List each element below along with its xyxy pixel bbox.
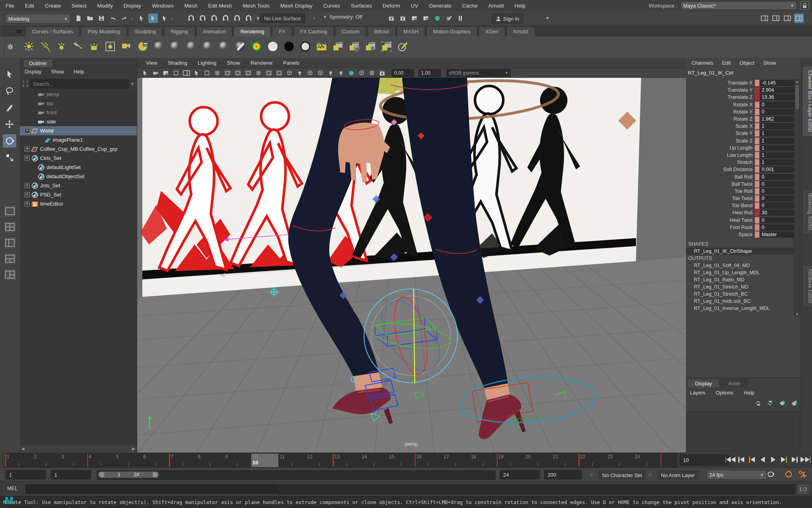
shelf-tab-rendering[interactable]: Rendering <box>234 27 271 37</box>
range-end-handle[interactable] <box>153 472 157 477</box>
redo-icon[interactable] <box>120 13 129 23</box>
scroll-up-icon[interactable]: ▲ <box>795 80 799 84</box>
sidebar-tab-modeling-toolkit[interactable]: Modeling Toolkit <box>802 189 812 235</box>
range-slider-track[interactable]: 1 24 <box>97 470 496 480</box>
shelf-tab-motion-graphics[interactable]: Motion Graphics <box>426 27 477 37</box>
rangebar-grip[interactable] <box>0 468 4 481</box>
channel-box-menu-object[interactable]: Object <box>739 60 755 66</box>
shelf-tab-arnold[interactable]: Arnold <box>506 27 535 37</box>
menu-mesh[interactable]: Mesh <box>184 3 197 9</box>
hypershade-icon[interactable] <box>315 39 328 54</box>
play-backwards-icon[interactable] <box>758 454 768 465</box>
keyframe-tick-25[interactable] <box>661 454 662 467</box>
snap-grid-icon[interactable] <box>186 13 196 23</box>
channel-box-menu-edit[interactable]: Edit <box>722 60 731 66</box>
group-collapse-arrow[interactable]: › <box>313 15 315 21</box>
outliner-menu-display[interactable]: Display <box>25 69 42 75</box>
outliner-item-persp[interactable]: persp <box>20 90 137 99</box>
paint-effects-icon[interactable] <box>396 39 410 54</box>
select-camera-icon[interactable] <box>140 69 150 77</box>
pan-zoom-icon[interactable] <box>192 69 201 77</box>
standard-surface-material-icon[interactable] <box>152 39 166 54</box>
directional-light-icon[interactable] <box>38 39 52 54</box>
keyframe-tick-19[interactable] <box>497 454 498 467</box>
expander-icon[interactable]: + <box>25 192 30 197</box>
channel-heel-roll[interactable]: Heel Roll30 <box>686 209 794 216</box>
paint-select-tool-icon[interactable] <box>3 101 16 114</box>
scroll-right-icon[interactable]: ▶ <box>132 446 135 451</box>
shelf-tab-curves-surfaces[interactable]: Curves / Surfaces <box>25 27 80 37</box>
channel-value-field[interactable]: -0.145 <box>760 80 797 86</box>
group-collapse-arrow[interactable]: › <box>171 15 173 21</box>
character-set-chevron-icon[interactable]: ▽ <box>590 473 593 477</box>
shelf-tab-custom[interactable]: Custom <box>335 27 366 37</box>
channel-rotate-z[interactable]: Rotate Z1.962 <box>686 115 794 123</box>
shelf-tab-rigging[interactable]: Rigging <box>164 27 195 37</box>
viewport-menu-show[interactable]: Show <box>227 60 240 66</box>
move-layer-down-icon[interactable] <box>767 400 774 408</box>
playback-loop-icon[interactable] <box>766 470 776 479</box>
shelf-tab-mash[interactable]: MASH <box>397 27 425 37</box>
filter-icon[interactable] <box>22 81 29 87</box>
statusline-grip[interactable] <box>0 11 4 25</box>
snap-curve-icon[interactable] <box>198 13 207 23</box>
range-slider[interactable]: 1 24 <box>98 471 159 478</box>
step-back-key-icon[interactable] <box>747 454 757 465</box>
keyframe-tick-16[interactable] <box>415 454 416 467</box>
wireframe-icon[interactable] <box>285 69 294 77</box>
keyframe-tick-13[interactable] <box>333 454 334 467</box>
step-forward-frame-icon[interactable] <box>790 454 800 465</box>
reference-image-plane[interactable] <box>140 78 641 297</box>
channel-value-field[interactable]: 1 <box>760 159 797 165</box>
shelf-tab-fx-caching[interactable]: FX Caching <box>293 27 334 37</box>
outliner-search-input[interactable] <box>30 79 129 89</box>
ipr-render-icon[interactable] <box>398 13 408 23</box>
point-light-icon[interactable] <box>22 39 36 54</box>
toggle-humanik-icon[interactable] <box>771 13 781 23</box>
outliner-item-coffee-cup-mb-coffee-cup-grp[interactable]: +Coffee_Cup_MB:Coffee_Cup_grp <box>20 144 137 154</box>
menu-display[interactable]: Display <box>124 3 141 9</box>
output-node-rt-leg-01-inverse-length-mdl[interactable]: RT_Leg_01_Inverse_Length_MDL <box>686 305 794 312</box>
keyframe-tick-1[interactable] <box>5 454 6 467</box>
paint-effects-render-icon[interactable] <box>444 13 454 23</box>
menu-edit-mesh[interactable]: Edit Mesh <box>208 3 232 9</box>
channel-heel-twist[interactable]: Heel Twist0 <box>686 217 794 224</box>
save-scene-icon[interactable] <box>97 13 106 23</box>
shelf-tab-poly-modeling[interactable]: Poly Modeling <box>81 27 127 37</box>
anim-layer-selector[interactable]: No Anim Layer <box>657 471 698 479</box>
layout-persp-graph[interactable] <box>3 252 17 265</box>
viewport-menu-renderer[interactable]: Renderer <box>251 60 273 66</box>
time-ruler[interactable]: 1012345678910111213141516171819202122232… <box>5 453 677 468</box>
shelf-tab-sculpting[interactable]: Sculpting <box>128 27 163 37</box>
viewport-menu-view[interactable]: View <box>146 60 157 66</box>
animation-end-field[interactable]: 200 <box>544 470 582 479</box>
menu-windows[interactable]: Windows <box>152 3 174 9</box>
menu-create[interactable]: Create <box>45 3 61 9</box>
camera-icon[interactable] <box>120 39 133 54</box>
sidebar-tab-attribute-editor[interactable]: Attribute Editor <box>802 264 812 308</box>
pause-ipr-icon[interactable] <box>456 13 465 23</box>
layout-single-pane[interactable] <box>3 205 17 217</box>
channel-up-length[interactable]: Up Length1 <box>686 144 794 152</box>
snap-view-plane-icon[interactable] <box>232 13 242 23</box>
light-editor-icon[interactable] <box>103 39 117 54</box>
keyframe-tick-7[interactable] <box>169 454 170 467</box>
layer-menu-layers[interactable]: Layers <box>690 390 705 396</box>
channel-ball-twist[interactable]: Ball Twist0 <box>686 181 794 188</box>
select-tool-icon[interactable] <box>3 67 16 81</box>
step-forward-key-icon[interactable] <box>779 454 789 465</box>
workspace-lock-button[interactable] <box>800 1 809 10</box>
workspace-select[interactable]: Maya Classic* ▼ <box>680 1 797 10</box>
channel-rotate-x[interactable]: Rotate X0 <box>686 101 794 108</box>
select-object-icon[interactable] <box>148 13 158 23</box>
scale-tool-icon[interactable] <box>3 151 16 164</box>
select-component-icon[interactable] <box>160 13 169 23</box>
channel-soft-distance[interactable]: Soft Distance0.001 <box>686 166 794 173</box>
grid-icon[interactable] <box>213 69 222 77</box>
command-line-input[interactable] <box>25 484 279 494</box>
outliner-item-imageplane1[interactable]: imagePlane1 <box>20 135 137 144</box>
output-node-rt-leg-01-stretch-bc[interactable]: RT_Leg_01_Stretch_BC <box>686 291 794 298</box>
shelf-tab-bifrost[interactable]: Bifrost <box>368 27 396 37</box>
layer-menu-options[interactable]: Options <box>716 390 733 396</box>
channel-ball-roll[interactable]: Ball Roll0 <box>686 173 794 180</box>
